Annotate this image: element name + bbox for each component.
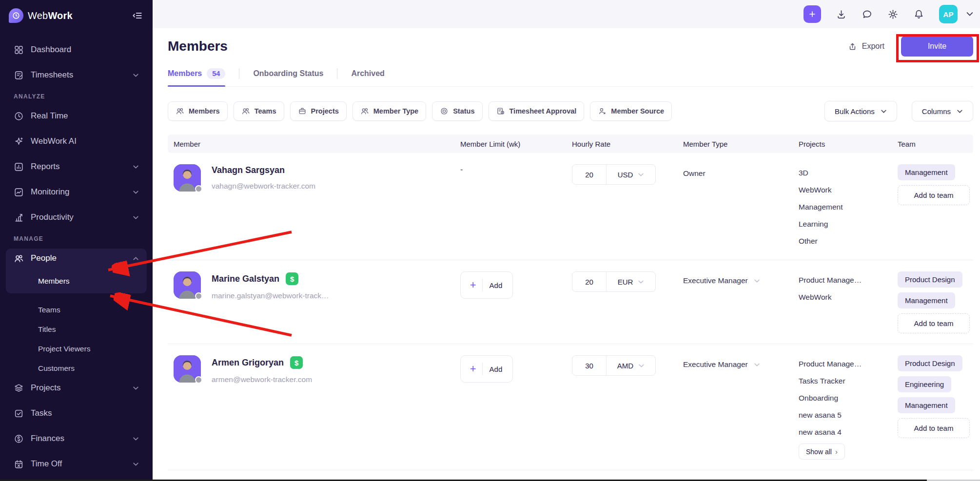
doc-clock-icon	[496, 107, 505, 115]
filter-chip-label: Projects	[311, 107, 339, 115]
filter-chip-member-type[interactable]: Member Type	[353, 101, 426, 121]
download-icon[interactable]	[836, 9, 847, 20]
user-avatar[interactable]: AP	[939, 5, 958, 23]
sidebar-item-time-off[interactable]: Time Off	[8, 454, 145, 474]
project-name: Tasks Tracker	[799, 372, 892, 389]
offline-status-dot	[195, 376, 202, 384]
filter-chip-label: Member Type	[373, 107, 418, 115]
filter-chip-label: Timesheet Approval	[510, 107, 577, 115]
hourly-rate-input[interactable]	[572, 272, 607, 291]
filter-chip-timesheet-approval[interactable]: Timesheet Approval	[489, 101, 585, 121]
chevron-down-icon	[638, 280, 644, 284]
sidebar-subitem-teams[interactable]: Teams	[8, 300, 145, 320]
project-name: Learning	[799, 215, 892, 232]
member-avatar	[174, 164, 201, 192]
sidebar-subitem-customers[interactable]: Customers	[8, 359, 145, 378]
sidebar-item-reports[interactable]: Reports	[8, 157, 145, 176]
bulk-actions-label: Bulk Actions	[835, 107, 875, 115]
filter-chips: MembersTeamsProjectsMember TypeStatusTim…	[168, 101, 672, 121]
chat-icon[interactable]	[862, 9, 873, 20]
show-all-projects-button[interactable]: Show all ›	[799, 443, 845, 460]
add-to-team-button[interactable]: Add to team	[898, 185, 970, 205]
member-info: Marine Galstyan$marine.galstyan@webwork-…	[212, 271, 329, 300]
sidebar-collapse-button[interactable]	[132, 10, 143, 21]
filter-chip-status[interactable]: Status	[432, 101, 482, 121]
account-menu-chevron-icon[interactable]	[966, 12, 973, 17]
add-member-limit-button[interactable]: +Add	[460, 355, 513, 383]
sidebar-item-label: Monitoring	[31, 187, 69, 197]
add-member-limit-button[interactable]: +Add	[460, 271, 513, 299]
sidebar-item-webwork-ai[interactable]: WebWork AI	[8, 132, 145, 151]
project-name: WebWork	[799, 181, 892, 198]
filter-chip-label: Members	[189, 107, 220, 115]
sidebar-section-manage: MANAGE	[8, 233, 145, 245]
sidebar-item-tasks[interactable]: Tasks	[8, 404, 145, 423]
member-type-value[interactable]: Executive Manager	[683, 276, 748, 285]
sidebar-subitem-titles[interactable]: Titles	[8, 320, 145, 339]
sidebar: WebWork DashboardTimesheetsANALYZEReal T…	[0, 0, 153, 481]
member-avatar	[174, 355, 201, 383]
filter-chip-member-source[interactable]: Member Source	[590, 101, 672, 121]
member-info: Vahagn Sargsyanvahagn@webwork-tracker.co…	[212, 164, 315, 191]
add-to-team-button[interactable]: Add to team	[898, 418, 970, 438]
member-limit-value: -	[460, 164, 463, 174]
sidebar-item-dashboard[interactable]: Dashboard	[8, 40, 145, 59]
project-name: Other	[799, 232, 892, 250]
member-name[interactable]: Vahagn Sargsyan	[212, 165, 285, 175]
member-type-value[interactable]: Executive Manager	[683, 360, 748, 369]
notifications-bell-icon[interactable]	[913, 9, 924, 20]
sidebar-item-productivity[interactable]: Productivity	[8, 208, 145, 227]
hourly-rate-input[interactable]	[572, 356, 607, 375]
bulk-actions-button[interactable]: Bulk Actions	[824, 101, 897, 121]
member-type-cell: Executive Manager	[677, 355, 793, 369]
hourly-rate-input[interactable]	[572, 165, 607, 184]
sidebar-subitem-project-viewers[interactable]: Project Viewers	[8, 339, 145, 359]
tab-label: Members	[168, 69, 202, 78]
sidebar-item-projects[interactable]: Projects	[8, 378, 145, 398]
member-name[interactable]: Marine Galstyan	[212, 274, 279, 284]
person-arrow-icon	[598, 107, 607, 115]
paid-badge: $	[286, 272, 298, 285]
currency-select[interactable]: USD	[607, 171, 655, 179]
create-button[interactable]	[804, 5, 821, 23]
sidebar-item-label: Projects	[31, 383, 60, 393]
timeoff-icon	[14, 459, 24, 469]
filter-chip-projects[interactable]: Projects	[290, 101, 347, 121]
hourly-rate-group: USD	[572, 164, 656, 185]
sidebar-subitem-members[interactable]: Members	[8, 272, 145, 290]
member-limit-cell: +Add	[454, 271, 566, 299]
sidebar-item-monitoring[interactable]: Monitoring	[8, 182, 145, 202]
tab-archived[interactable]: Archived	[351, 69, 384, 85]
add-to-team-button[interactable]: Add to team	[898, 313, 970, 333]
tab-members[interactable]: Members54	[168, 68, 225, 86]
settings-gear-icon[interactable]	[887, 9, 899, 20]
columns-button[interactable]: Columns	[912, 101, 973, 121]
sidebar-item-finances[interactable]: Finances	[8, 429, 145, 448]
member-limit-cell: +Add	[454, 355, 566, 383]
sidebar-nav: DashboardTimesheetsANALYZEReal TimeWebWo…	[0, 28, 153, 474]
chevron-down-icon	[957, 109, 963, 114]
member-email: vahagn@webwork-tracker.com	[212, 182, 315, 191]
productivity-icon	[14, 212, 24, 223]
column-header-member-limit-wk: Member Limit (wk)	[454, 140, 566, 148]
export-icon	[848, 42, 857, 51]
member-avatar	[174, 271, 201, 299]
filter-chip-members[interactable]: Members	[168, 101, 228, 121]
sidebar-item-real-time[interactable]: Real Time	[8, 106, 145, 126]
filter-chip-teams[interactable]: Teams	[234, 101, 284, 121]
plus-icon: +	[464, 280, 482, 290]
team-chip: Engineering	[898, 376, 951, 392]
currency-select[interactable]: AMD	[607, 362, 655, 370]
tab-onboarding-status[interactable]: Onboarding Status	[253, 69, 323, 85]
timesheets-icon	[14, 70, 24, 80]
member-name[interactable]: Armen Grigoryan	[212, 358, 284, 368]
export-button[interactable]: Export	[848, 42, 884, 51]
sidebar-item-people[interactable]: People	[8, 249, 145, 268]
member-cell: Armen Grigoryan$armen@webwork-tracker.co…	[168, 355, 454, 384]
filter-toolbar: MembersTeamsProjectsMember TypeStatusTim…	[168, 101, 973, 121]
page-header: Members Export Invite	[168, 36, 973, 57]
table-header: MemberMember Limit (wk)Hourly RateMember…	[168, 135, 973, 153]
invite-button[interactable]: Invite	[901, 36, 973, 57]
currency-select[interactable]: EUR	[607, 278, 655, 286]
sidebar-item-timesheets[interactable]: Timesheets	[8, 65, 145, 85]
